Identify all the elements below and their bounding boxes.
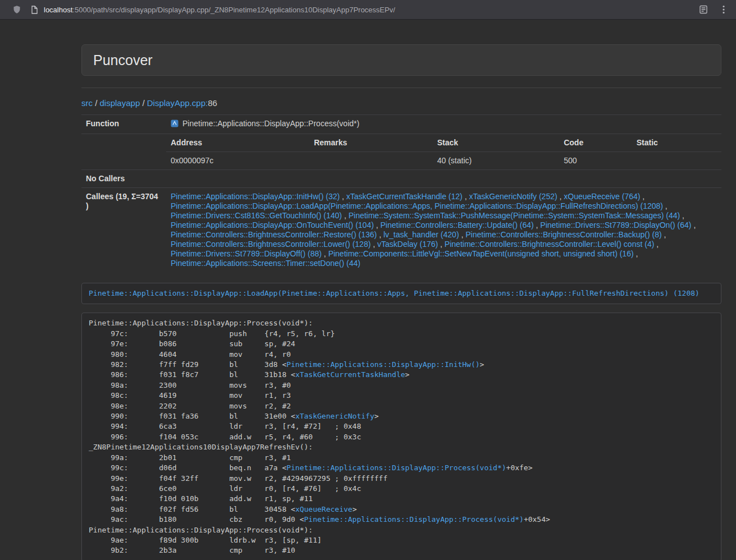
callee-link[interactable]: Pinetime::Applications::Screens::Timer::… <box>171 259 360 268</box>
callees-row: Callees (19, Σ=3704 ) Pinetime::Applicat… <box>81 188 721 273</box>
breadcrumb: src / displayapp / DisplayApp.cpp:86 <box>81 98 721 108</box>
code-symbol-link[interactable]: Pinetime::Applications::DisplayApp::Proc… <box>286 463 506 472</box>
breadcrumb-link[interactable]: displayapp <box>100 98 140 108</box>
function-name-cell: Pinetime::Applications::DisplayApp::Proc… <box>166 115 721 134</box>
metrics-column-header: Static <box>632 134 721 152</box>
callee-link[interactable]: xTaskGenericNotify (252) <box>469 192 557 201</box>
metrics-cell: AddressRemarksStackCodeStatic 0x0000097c… <box>166 134 721 170</box>
metrics-value <box>632 152 721 170</box>
metrics-value <box>309 152 433 170</box>
url-bar[interactable]: localhost:5000/path/src/displayapp/Displ… <box>44 6 395 14</box>
no-callers-cell <box>166 170 721 188</box>
callee-link[interactable]: Pinetime::Drivers::St7789::DisplayOn() (… <box>540 221 691 229</box>
callee-link[interactable]: xTaskGetCurrentTaskHandle (12) <box>346 192 463 201</box>
callees-label: Callees (19, Σ=3704 ) <box>81 188 166 273</box>
more-menu-icon[interactable] <box>723 5 725 14</box>
callee-link[interactable]: Pinetime::Applications::DisplayApp::Init… <box>171 192 340 201</box>
code-symbol-link[interactable]: Pinetime::Applications::DisplayApp::Proc… <box>304 515 524 524</box>
page-header: Puncover <box>81 44 721 76</box>
function-row-label: Function <box>81 115 166 134</box>
url-host: localhost <box>44 6 72 14</box>
browser-toolbar: localhost:5000/path/src/displayapp/Displ… <box>0 0 736 20</box>
function-table: Function Pinetime::Applications::Display… <box>81 114 721 272</box>
breadcrumb-link[interactable]: src <box>81 98 93 108</box>
shield-icon[interactable] <box>12 5 21 14</box>
callee-link[interactable]: xQueueReceive (764) <box>564 192 640 201</box>
callees-cell: Pinetime::Applications::DisplayApp::Init… <box>166 188 721 273</box>
callee-link[interactable]: Pinetime::Components::LittleVgl::SetNewT… <box>328 249 634 258</box>
symbol-icon <box>171 120 179 130</box>
breadcrumb-link[interactable]: DisplayApp.cpp: <box>147 98 208 108</box>
callee-link[interactable]: Pinetime::Drivers::Cst816S::GetTouchInfo… <box>171 211 342 220</box>
reader-view-icon[interactable] <box>699 5 708 14</box>
empty-row-label <box>81 134 166 170</box>
callee-link[interactable]: Pinetime::Applications::DisplayApp::OnTo… <box>171 221 374 229</box>
page-title: Puncover <box>93 52 710 68</box>
code-symbol-link[interactable]: Pinetime::Applications::DisplayApp::Init… <box>286 360 479 369</box>
metrics-column-header: Code <box>559 134 632 152</box>
metrics-column-header: Address <box>166 134 309 152</box>
callee-link[interactable]: vTaskDelay (176) <box>377 240 438 249</box>
highlighted-symbol-box: Pinetime::Applications::DisplayApp::Load… <box>81 283 721 304</box>
callee-link[interactable]: Pinetime::Controllers::BrightnessControl… <box>465 230 661 239</box>
metrics-table: AddressRemarksStackCodeStatic 0x0000097c… <box>166 134 721 169</box>
metrics-row: AddressRemarksStackCodeStatic 0x0000097c… <box>81 134 721 170</box>
disassembly: Pinetime::Applications::DisplayApp::Proc… <box>81 313 721 560</box>
page-icon[interactable] <box>30 6 38 14</box>
code-symbol-link[interactable]: xQueueReceive <box>295 505 353 513</box>
metrics-value: 40 (static) <box>433 152 559 170</box>
metrics-column-header: Remarks <box>309 134 433 152</box>
callee-link[interactable]: Pinetime::System::SystemTask::PushMessag… <box>349 211 680 220</box>
metrics-values-row: 0x0000097c40 (static)500 <box>166 152 721 170</box>
metrics-value: 0x0000097c <box>166 152 309 170</box>
callee-link[interactable]: Pinetime::Controllers::BrightnessControl… <box>445 240 654 249</box>
metrics-header-row: AddressRemarksStackCodeStatic <box>166 134 721 152</box>
no-callers-label: No Callers <box>81 170 166 188</box>
metrics-value: 500 <box>559 152 632 170</box>
page-container: Puncover src / displayapp / DisplayApp.c… <box>81 44 721 560</box>
function-name: Pinetime::Applications::DisplayApp::Proc… <box>182 119 359 128</box>
function-row: Function Pinetime::Applications::Display… <box>81 115 721 134</box>
code-symbol-link[interactable]: xTaskGetCurrentTaskHandle <box>295 370 405 379</box>
code-symbol-link[interactable]: xTaskGenericNotify <box>295 412 374 420</box>
url-path: :5000/path/src/displayapp/DisplayApp.cpp… <box>72 6 395 14</box>
metrics-column-header: Stack <box>433 134 559 152</box>
loadapp-link[interactable]: Pinetime::Applications::DisplayApp::Load… <box>89 289 700 297</box>
callee-link[interactable]: lv_task_handler (420) <box>383 230 459 239</box>
no-callers-row: No Callers <box>81 170 721 188</box>
callee-link[interactable]: Pinetime::Applications::DisplayApp::Load… <box>171 201 663 210</box>
callee-link[interactable]: Pinetime::Controllers::Battery::Update()… <box>381 221 534 229</box>
callee-link[interactable]: Pinetime::Drivers::St7789::DisplayOff() … <box>171 249 322 258</box>
callee-link[interactable]: Pinetime::Controllers::BrightnessControl… <box>171 230 377 239</box>
callee-link[interactable]: Pinetime::Controllers::BrightnessControl… <box>171 240 371 249</box>
divider <box>81 88 721 88</box>
